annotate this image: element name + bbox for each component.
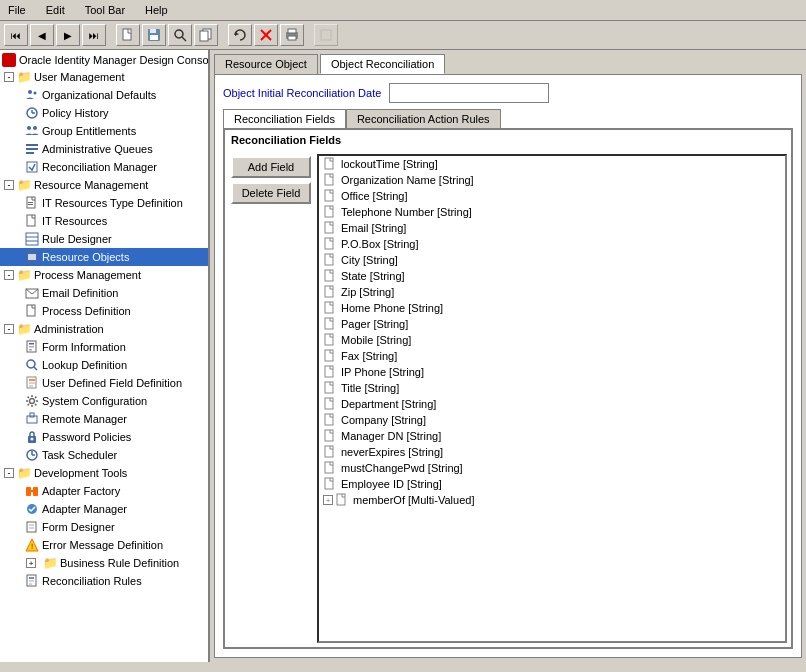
- tree-item-administration[interactable]: - 📁 Administration: [0, 320, 208, 338]
- svg-text:!: !: [31, 542, 33, 551]
- tree-item-recon-rules[interactable]: Reconciliation Rules: [0, 572, 208, 590]
- field-item-13[interactable]: IP Phone [String]: [319, 364, 785, 380]
- toolbar-save-btn[interactable]: [142, 24, 166, 46]
- tree-item-group-entitlements[interactable]: Group Entitlements: [0, 122, 208, 140]
- form-designer-icon: [24, 519, 40, 535]
- menu-toolbar[interactable]: Tool Bar: [81, 2, 129, 18]
- field-item-6[interactable]: City [String]: [319, 252, 785, 268]
- tree-item-error-msg-def[interactable]: ! Error Message Definition: [0, 536, 208, 554]
- tree-item-user-mgmt[interactable]: - 📁 User Management: [0, 68, 208, 86]
- expand-icon-resource-mgmt[interactable]: -: [4, 180, 14, 190]
- toolbar-print-btn[interactable]: [280, 24, 304, 46]
- main-content-area: Object Initial Reconciliation Date Recon…: [214, 74, 802, 658]
- member-of-expand[interactable]: +: [323, 495, 333, 505]
- tree-item-org-defaults[interactable]: Organizational Defaults: [0, 86, 208, 104]
- toolbar-refresh-btn[interactable]: [228, 24, 252, 46]
- tree-item-form-designer[interactable]: Form Designer: [0, 518, 208, 536]
- field-item-1[interactable]: Organization Name [String]: [319, 172, 785, 188]
- tree-item-resource-mgmt[interactable]: - 📁 Resource Management: [0, 176, 208, 194]
- field-item-20[interactable]: Employee ID [String]: [319, 476, 785, 492]
- tree-label-process-def: Process Definition: [42, 305, 131, 317]
- tree-item-it-resources[interactable]: IT Resources: [0, 212, 208, 230]
- svg-line-6: [182, 37, 186, 41]
- tree-item-task-scheduler[interactable]: Task Scheduler: [0, 446, 208, 464]
- field-item-15[interactable]: Department [String]: [319, 396, 785, 412]
- tree-label-dev-tools: Development Tools: [34, 467, 127, 479]
- menu-edit[interactable]: Edit: [42, 2, 69, 18]
- tab-object-reconciliation[interactable]: Object Reconciliation: [320, 54, 445, 74]
- svg-rect-75: [325, 222, 333, 233]
- field-item-11[interactable]: Mobile [String]: [319, 332, 785, 348]
- field-item-17[interactable]: Manager DN [String]: [319, 428, 785, 444]
- svg-point-50: [30, 399, 35, 404]
- toolbar-find-btn[interactable]: [168, 24, 192, 46]
- fields-buttons-panel: Add Field Delete Field: [225, 150, 317, 647]
- tab-resource-object[interactable]: Resource Object: [214, 54, 318, 74]
- tree-item-policy-history[interactable]: Policy History: [0, 104, 208, 122]
- field-item-2[interactable]: Office [String]: [319, 188, 785, 204]
- tree-item-form-info[interactable]: Form Information: [0, 338, 208, 356]
- tree-label-user-mgmt: User Management: [34, 71, 125, 83]
- toolbar-prev-btn[interactable]: ◀: [30, 24, 54, 46]
- biz-rule-expand[interactable]: +: [26, 558, 36, 568]
- tree-item-dev-tools[interactable]: - 📁 Development Tools: [0, 464, 208, 482]
- add-field-btn[interactable]: Add Field: [231, 156, 311, 178]
- tree-item-recon-manager[interactable]: Reconciliation Manager: [0, 158, 208, 176]
- expand-icon-process-mgmt[interactable]: -: [4, 270, 14, 280]
- field-item-7[interactable]: State [String]: [319, 268, 785, 284]
- adapter-factory-icon: [24, 483, 40, 499]
- tree-item-lookup-def[interactable]: Lookup Definition: [0, 356, 208, 374]
- tree-label-email-def: Email Definition: [42, 287, 118, 299]
- expand-icon-user-mgmt[interactable]: -: [4, 72, 14, 82]
- delete-field-btn[interactable]: Delete Field: [231, 182, 311, 204]
- toolbar-copy-btn[interactable]: [194, 24, 218, 46]
- tree-label-form-designer: Form Designer: [42, 521, 115, 533]
- field-item-8[interactable]: Zip [String]: [319, 284, 785, 300]
- toolbar-next-btn[interactable]: ▶: [56, 24, 80, 46]
- tree-item-rule-designer[interactable]: Rule Designer: [0, 230, 208, 248]
- tree-item-admin-queues[interactable]: Administrative Queues: [0, 140, 208, 158]
- field-item-0[interactable]: lockoutTime [String]: [319, 156, 785, 172]
- tree-item-email-def[interactable]: Email Definition: [0, 284, 208, 302]
- field-item-21[interactable]: + memberOf [Multi-Valued]: [319, 492, 785, 508]
- tree-item-udf-def[interactable]: User Defined Field Definition: [0, 374, 208, 392]
- field-item-3[interactable]: Telephone Number [String]: [319, 204, 785, 220]
- field-item-19[interactable]: mustChangePwd [String]: [319, 460, 785, 476]
- toolbar-delete-btn[interactable]: [254, 24, 278, 46]
- menu-file[interactable]: File: [4, 2, 30, 18]
- inner-tab-recon-fields[interactable]: Reconciliation Fields: [223, 109, 346, 128]
- field-item-5[interactable]: P.O.Box [String]: [319, 236, 785, 252]
- field-item-4[interactable]: Email [String]: [319, 220, 785, 236]
- tree-item-process-mgmt[interactable]: - 📁 Process Management: [0, 266, 208, 284]
- tree-label-form-info: Form Information: [42, 341, 126, 353]
- field-item-18[interactable]: neverExpires [String]: [319, 444, 785, 460]
- tree-item-process-def[interactable]: Process Definition: [0, 302, 208, 320]
- inner-tab-recon-action-rules[interactable]: Reconciliation Action Rules: [346, 109, 501, 128]
- expand-icon-dev-tools[interactable]: -: [4, 468, 14, 478]
- toolbar-export-btn[interactable]: [314, 24, 338, 46]
- tree-item-sys-config[interactable]: System Configuration: [0, 392, 208, 410]
- field-item-10[interactable]: Pager [String]: [319, 316, 785, 332]
- field-item-14[interactable]: Title [String]: [319, 380, 785, 396]
- field-item-12[interactable]: Fax [String]: [319, 348, 785, 364]
- toolbar-last-btn[interactable]: ⏭: [82, 24, 106, 46]
- tree-item-resource-objects[interactable]: Resource Objects: [0, 248, 208, 266]
- svg-point-16: [28, 90, 32, 94]
- tree-label-remote-mgr: Remote Manager: [42, 413, 127, 425]
- toolbar-new-btn[interactable]: [116, 24, 140, 46]
- menu-help[interactable]: Help: [141, 2, 172, 18]
- tree-item-biz-rule-def[interactable]: + 📁 Business Rule Definition: [0, 554, 208, 572]
- tree-item-it-resources-type[interactable]: IT Resources Type Definition: [0, 194, 208, 212]
- field-item-9[interactable]: Home Phone [String]: [319, 300, 785, 316]
- queue-icon: [24, 141, 40, 157]
- expand-icon-administration[interactable]: -: [4, 324, 14, 334]
- tree-item-remote-mgr[interactable]: Remote Manager: [0, 410, 208, 428]
- tree-item-pwd-policies[interactable]: Password Policies: [0, 428, 208, 446]
- tree-item-adapter-manager[interactable]: Adapter Manager: [0, 500, 208, 518]
- recon-date-input[interactable]: [389, 83, 549, 103]
- toolbar-first-btn[interactable]: ⏮: [4, 24, 28, 46]
- tree-root-item[interactable]: Oracle Identity Manager Design Console: [0, 52, 208, 68]
- tree-label-group-entitlements: Group Entitlements: [42, 125, 136, 137]
- field-item-16[interactable]: Company [String]: [319, 412, 785, 428]
- tree-item-adapter-factory[interactable]: Adapter Factory: [0, 482, 208, 500]
